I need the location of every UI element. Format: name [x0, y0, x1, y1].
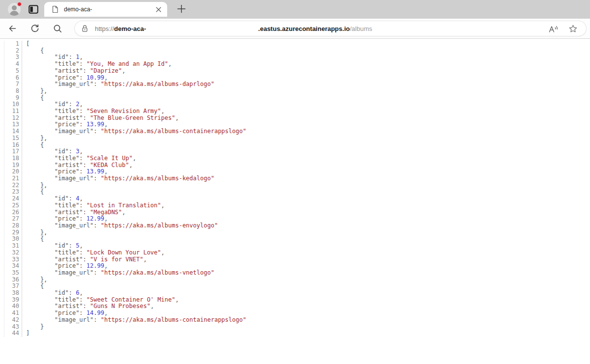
json-line: 6 "price": 10.99, — [0, 75, 590, 82]
back-icon[interactable] — [4, 20, 21, 37]
json-line: 3 "id": 1, — [0, 54, 590, 61]
json-line: 34 "price": 12.99, — [0, 263, 590, 270]
refresh-icon[interactable] — [27, 20, 43, 37]
json-line: 15 }, — [0, 135, 590, 142]
workspaces-icon[interactable] — [28, 4, 39, 15]
line-number: 5 — [4, 68, 22, 75]
json-line-code: "title": "Sweet Container O' Mine", — [22, 297, 179, 304]
page-content: 1[2 {3 "id": 1,4 "title": "You, Me and a… — [0, 39, 590, 364]
json-line-code: { — [22, 95, 44, 102]
line-number: 7 — [4, 81, 22, 88]
json-line: 29 }, — [0, 229, 590, 236]
json-line-code: { — [22, 189, 44, 196]
json-line-code: "id": 1, — [22, 54, 83, 61]
json-line: 4 "title": "You, Me and an App Id", — [0, 61, 590, 68]
browser-window: demo-aca- — [0, 0, 590, 364]
favorites-star-icon[interactable] — [566, 22, 579, 35]
tab-close-icon[interactable] — [154, 5, 163, 14]
lock-icon[interactable] — [82, 25, 88, 32]
json-line-code: "price": 13.99, — [22, 121, 108, 128]
line-number: 27 — [4, 216, 22, 223]
json-line-code: "image_url": "https://aka.ms/albums-cont… — [22, 317, 246, 324]
line-number: 24 — [4, 196, 22, 202]
line-number: 44 — [4, 330, 22, 337]
json-line-code: "id": 5, — [22, 243, 83, 250]
profile-avatar[interactable] — [8, 3, 21, 16]
json-line: 9 { — [0, 95, 590, 102]
json-line: 25 "title": "Lost in Translation", — [0, 202, 590, 209]
json-line: 23 { — [0, 189, 590, 196]
json-line-code: "price": 10.99, — [22, 75, 108, 82]
line-number: 36 — [4, 277, 22, 283]
json-line: 14 "image_url": "https://aka.ms/albums-c… — [0, 128, 590, 135]
json-line-code: { — [22, 48, 44, 55]
url-scheme: https:// — [95, 25, 114, 32]
json-line-code: { — [22, 142, 44, 149]
line-number: 13 — [4, 121, 22, 128]
json-line-code: "artist": "MegaDNS", — [22, 209, 125, 216]
json-line-code: "id": 2, — [22, 101, 83, 108]
address-bar[interactable]: https://demo-aca-.eastus.azurecontainera… — [75, 21, 586, 36]
json-line: 19 "artist": "KEDA Club", — [0, 162, 590, 169]
json-line-code: "title": "Scale It Up", — [22, 155, 136, 162]
json-line-code: "image_url": "https://aka.ms/albums-envo… — [22, 223, 218, 229]
json-line-code: "artist": "KEDA Club", — [22, 162, 133, 169]
line-number: 32 — [4, 250, 22, 256]
line-number: 33 — [4, 256, 22, 263]
line-number: 35 — [4, 270, 22, 277]
json-line: 27 "price": 12.99, — [0, 216, 590, 223]
json-line: 18 "title": "Scale It Up", — [0, 155, 590, 162]
json-line-code: }, — [22, 182, 47, 189]
json-line-code: "artist": "The Blue-Green Stripes", — [22, 115, 179, 122]
json-line-code: "price": 12.99, — [22, 263, 108, 270]
json-line-code: "title": "Lost in Translation", — [22, 202, 165, 209]
line-number: 21 — [4, 175, 22, 182]
line-number: 30 — [4, 236, 22, 243]
line-number: 37 — [4, 283, 22, 290]
json-line: 28 "image_url": "https://aka.ms/albums-e… — [0, 223, 590, 229]
json-line-code: "image_url": "https://aka.ms/albums-dapr… — [22, 81, 214, 88]
line-number: 29 — [4, 229, 22, 236]
line-number: 8 — [4, 88, 22, 95]
json-line: 11 "title": "Seven Revision Army", — [0, 108, 590, 115]
read-aloud-icon[interactable] — [547, 22, 560, 35]
json-line: 1[ — [0, 41, 590, 48]
search-icon[interactable] — [49, 20, 66, 37]
json-line-code: "id": 4, — [22, 196, 83, 202]
new-tab-icon[interactable] — [175, 2, 188, 15]
json-line-code: [ — [22, 41, 30, 48]
json-line-code: "artist": "Guns N Probeses", — [22, 303, 154, 310]
json-line-code: ] — [22, 330, 30, 337]
browser-tab[interactable]: demo-aca- — [44, 2, 167, 17]
json-line-code: }, — [22, 135, 47, 142]
json-line-code: "title": "Lock Down Your Love", — [22, 250, 165, 256]
line-number: 20 — [4, 168, 22, 175]
url-host-suffix: .eastus.azurecontainerapps.io — [258, 25, 350, 32]
json-line: 12 "artist": "The Blue-Green Stripes", — [0, 115, 590, 122]
json-line-code: "price": 12.99, — [22, 216, 108, 223]
line-number: 23 — [4, 189, 22, 196]
json-line-code: "title": "You, Me and an App Id", — [22, 61, 172, 68]
json-line-code: "id": 3, — [22, 148, 83, 155]
json-line-code: "artist": "Daprize", — [22, 68, 125, 75]
json-line: 26 "artist": "MegaDNS", — [0, 209, 590, 216]
json-line: 2 { — [0, 48, 590, 55]
json-line-code: "id": 6, — [22, 290, 83, 297]
json-line: 5 "artist": "Daprize", — [0, 68, 590, 75]
json-line: 40 "artist": "Guns N Probeses", — [0, 303, 590, 310]
json-line: 31 "id": 5, — [0, 243, 590, 250]
line-number: 11 — [4, 108, 22, 115]
line-number: 1 — [4, 41, 22, 48]
line-number: 2 — [4, 48, 22, 55]
line-number: 4 — [4, 61, 22, 68]
json-line: 42 "image_url": "https://aka.ms/albums-c… — [0, 317, 590, 324]
address-bar-actions — [540, 22, 579, 35]
notification-dot — [17, 2, 22, 6]
tab-title: demo-aca- — [64, 6, 154, 13]
line-number: 3 — [4, 54, 22, 61]
json-line-code: "image_url": "https://aka.ms/albums-cont… — [22, 128, 246, 135]
json-line: 8 }, — [0, 88, 590, 95]
line-number: 19 — [4, 162, 22, 169]
json-line-code: "image_url": "https://aka.ms/albums-keda… — [22, 175, 214, 182]
line-number: 25 — [4, 202, 22, 209]
